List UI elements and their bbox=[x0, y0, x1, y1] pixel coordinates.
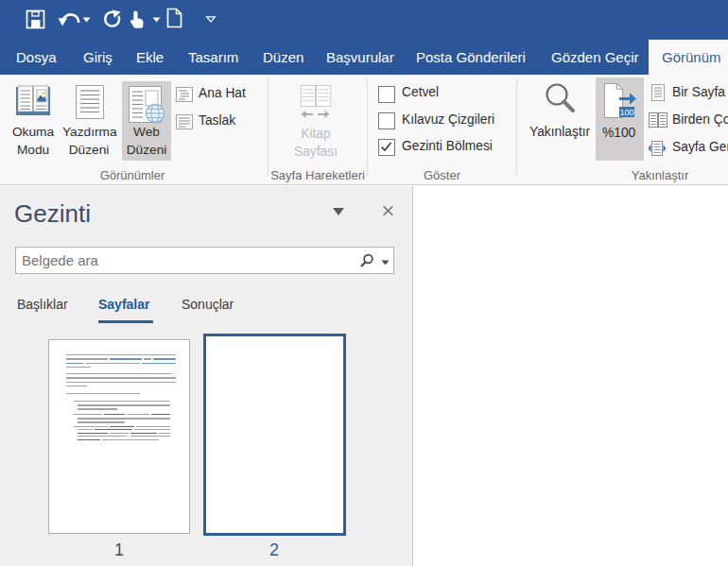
svg-text:100: 100 bbox=[619, 108, 633, 117]
